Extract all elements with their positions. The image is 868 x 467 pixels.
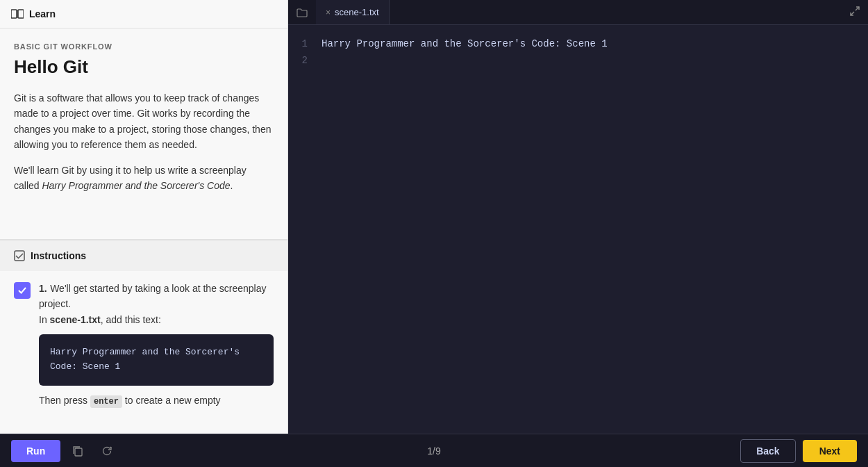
editor-tab-scene1[interactable]: × scene-1.txt [316, 0, 390, 24]
instruction-filename: scene-1.txt [50, 314, 101, 325]
screenplay-title: Harry Programmer and the Sorcerer's Code [42, 180, 230, 191]
editor-tabs: × scene-1.txt [288, 0, 868, 25]
editor-line-2: 2 [288, 53, 868, 69]
panel-content: BASIC GIT WORKFLOW Hello Git Git is a so… [0, 28, 287, 239]
left-panel: Learn BASIC GIT WORKFLOW Hello Git Git i… [0, 0, 288, 434]
instruction-sub-1: In scene-1.txt, add this text: [39, 312, 274, 327]
instructions-header: Instructions [14, 250, 274, 261]
instructions-check-icon [14, 250, 25, 261]
instruction-code-block: Harry Programmer and the Sorcerer'sCode:… [39, 334, 274, 386]
lesson-paragraph-1: Git is a software that allows you to kee… [14, 90, 274, 153]
tab-close-icon[interactable]: × [326, 8, 331, 17]
enter-key-code: enter [90, 395, 122, 408]
line-number-1: 1 [288, 36, 322, 53]
nav-buttons: Back Next [740, 439, 857, 463]
panel-title: Learn [29, 8, 56, 19]
expand-icon[interactable] [842, 6, 868, 18]
right-panel: × scene-1.txt 1 Harry Programmer and the… [288, 0, 868, 434]
line-content-1: Harry Programmer and the Sorcerer's Code… [322, 36, 608, 53]
workflow-label: BASIC GIT WORKFLOW [14, 42, 274, 51]
line-number-2: 2 [288, 53, 322, 69]
instruction-content-1: 1. We'll get started by taking a look at… [39, 281, 274, 409]
next-button[interactable]: Next [803, 440, 857, 462]
tab-filename: scene-1.txt [335, 7, 379, 17]
panel-header: Learn [0, 0, 287, 28]
main-area: Learn BASIC GIT WORKFLOW Hello Git Git i… [0, 0, 868, 434]
lesson-title: Hello Git [14, 56, 274, 78]
instructions-section: Instructions [0, 240, 287, 271]
copy-button[interactable] [66, 442, 90, 460]
instructions-list: 1. We'll get started by taking a look at… [0, 271, 287, 434]
instruction-after: Then press enter to create a new empty [39, 393, 274, 409]
editor-content: 1 Harry Programmer and the Sorcerer's Co… [288, 25, 868, 434]
run-button[interactable]: Run [11, 440, 60, 462]
svg-rect-6 [75, 448, 82, 456]
lesson-paragraph-2: We'll learn Git by using it to help us w… [14, 163, 274, 194]
bottom-bar: Run 1/9 Back Next [0, 434, 868, 467]
back-button[interactable]: Back [740, 439, 795, 463]
instructions-label: Instructions [31, 250, 86, 261]
pagination: 1/9 [427, 445, 440, 457]
instruction-item-1: 1. We'll get started by taking a look at… [14, 281, 274, 409]
editor-line-1: 1 Harry Programmer and the Sorcerer's Co… [288, 36, 868, 53]
svg-rect-1 [18, 10, 24, 18]
folder-icon[interactable] [288, 8, 316, 17]
run-section: Run [11, 440, 119, 462]
instruction-checkbox-1 [14, 282, 31, 299]
refresh-button[interactable] [95, 442, 119, 460]
book-icon [11, 9, 24, 19]
svg-rect-0 [11, 10, 17, 18]
